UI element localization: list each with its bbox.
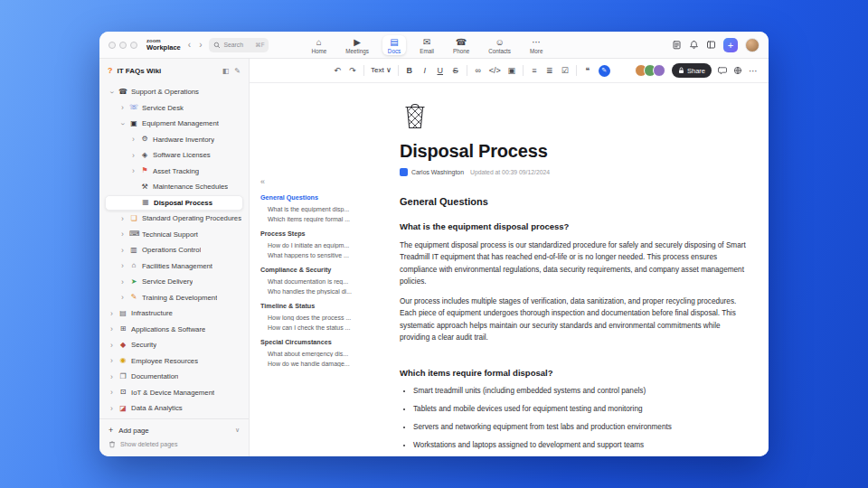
chevron-icon[interactable]: [119, 262, 126, 270]
close-button[interactable]: [108, 42, 116, 49]
sidebar-item-training-development[interactable]: ✎ Training & Development: [105, 290, 243, 306]
tab-email[interactable]: ✉ Email: [414, 35, 439, 55]
document-editor[interactable]: Disposal Process Carlos Washington Updat…: [385, 83, 769, 456]
tab-contacts[interactable]: ☺ Contacts: [483, 35, 516, 55]
sidebar-item-technical-support[interactable]: ⌨ Technical Support: [105, 227, 243, 243]
chevron-icon[interactable]: [108, 405, 115, 413]
chevron-icon[interactable]: [119, 278, 126, 286]
image-icon[interactable]: ▣: [507, 67, 516, 75]
sidebar-item-security[interactable]: ◆ Security: [105, 337, 243, 353]
chevron-icon[interactable]: [119, 215, 126, 223]
back-button[interactable]: ‹: [187, 40, 192, 50]
chevron-icon[interactable]: [108, 373, 115, 381]
forward-button[interactable]: ›: [198, 40, 203, 50]
minimize-button[interactable]: [119, 42, 127, 49]
sidebar-item-employee-resources[interactable]: ◉ Employee Resources: [105, 353, 243, 370]
chevron-icon[interactable]: [130, 167, 137, 175]
chevron-icon[interactable]: [108, 342, 115, 350]
globe-icon[interactable]: [733, 66, 742, 75]
sidebar-item-operations-control[interactable]: ▥ Operations Control: [105, 242, 243, 258]
user-avatar[interactable]: [745, 38, 760, 52]
chevron-icon[interactable]: [108, 357, 115, 365]
sidebar-item-facilities-management[interactable]: ⌂ Facilities Management: [105, 258, 243, 275]
comment-bubble-icon[interactable]: [718, 66, 727, 75]
sidebar-item-equipment-management[interactable]: ▣ Equipment Management: [105, 116, 243, 132]
sidebar-item-infrastructure[interactable]: ▤ Infrastructure: [105, 305, 243, 322]
add-page-button[interactable]: + Add page ∨: [108, 423, 240, 437]
chevron-icon[interactable]: [108, 389, 115, 397]
sidebar-item-software-licenses[interactable]: ◈ Software Licenses: [105, 147, 243, 164]
sidebar-item-support-operations[interactable]: ☎ Support & Operations: [105, 84, 243, 100]
outline-section[interactable]: Compliance & Security: [260, 266, 382, 274]
chevron-icon[interactable]: [119, 230, 126, 239]
sidebar-item-applications-software[interactable]: ⊞ Applications & Software: [105, 322, 243, 338]
show-deleted-pages-button[interactable]: Show deleted pages: [108, 437, 240, 450]
zoom-button[interactable]: [130, 42, 137, 49]
outline-item[interactable]: How long does the process ...: [260, 314, 382, 321]
collapse-outline-icon[interactable]: «: [260, 177, 382, 186]
tab-docs[interactable]: ▤ Docs: [382, 35, 406, 55]
outline-item[interactable]: What documentation is req...: [260, 278, 382, 285]
outline-section[interactable]: General Questions: [260, 193, 382, 202]
chevron-icon[interactable]: [130, 152, 137, 160]
sidebar-item-iot-device-management[interactable]: ⊡ IoT & Device Management: [105, 385, 243, 401]
underline-icon[interactable]: U: [436, 67, 445, 75]
italic-icon[interactable]: I: [420, 67, 429, 75]
share-button[interactable]: Share: [672, 63, 712, 78]
sidebar-item-data-analytics[interactable]: ◪ Data & Analytics: [105, 400, 243, 417]
bell-icon[interactable]: [689, 40, 699, 50]
outline-item[interactable]: How do I initiate an equipm...: [260, 242, 382, 249]
sidebar-item-service-desk[interactable]: ☏ Service Desk: [105, 100, 243, 117]
chevron-icon[interactable]: [119, 294, 126, 302]
sidebar-item-hardware-inventory[interactable]: ⚙ Hardware Inventory: [105, 132, 243, 148]
new-button[interactable]: +: [723, 38, 738, 52]
redo-icon[interactable]: ↷: [348, 67, 357, 75]
chevron-icon[interactable]: [108, 310, 115, 318]
align-icon[interactable]: ≣: [545, 67, 554, 75]
comment-icon[interactable]: ❝: [583, 67, 592, 75]
chevron-down-icon[interactable]: ∨: [235, 427, 240, 434]
undo-icon[interactable]: ↶: [333, 67, 342, 75]
more-options-button[interactable]: ⋯: [749, 66, 758, 76]
outline-section[interactable]: Process Steps: [260, 230, 382, 238]
sidebar-item-maintenance-schedules[interactable]: ⚒ Maintenance Schedules: [105, 179, 243, 195]
outline-item[interactable]: Which items require formal ...: [260, 216, 382, 222]
bold-icon[interactable]: B: [405, 67, 414, 75]
tab-more[interactable]: ⋯ More: [524, 35, 548, 55]
compose-icon[interactable]: ✎: [234, 67, 241, 75]
chevron-icon[interactable]: [130, 136, 137, 144]
outline-item[interactable]: How do we handle damage...: [260, 361, 382, 367]
sidebar-item-documentation[interactable]: ❐ Documentation: [105, 369, 243, 385]
clipboard-icon[interactable]: [672, 40, 682, 50]
layout-panel-icon[interactable]: [706, 40, 716, 50]
outline-item[interactable]: What is the equipment disp...: [260, 206, 382, 212]
tab-phone[interactable]: ☎ Phone: [448, 35, 475, 55]
bullet-list-icon[interactable]: ≡: [530, 67, 539, 75]
outline-item[interactable]: Who handles the physical di...: [260, 288, 382, 295]
outline-item[interactable]: What happens to sensitive ...: [260, 252, 382, 258]
sidebar-item-standard-operating-procedures[interactable]: ❏ Standard Operating Procedures: [105, 211, 243, 227]
chevron-icon[interactable]: [119, 247, 126, 255]
collaborator-avatar[interactable]: [653, 64, 665, 77]
chevron-down-icon[interactable]: Text ∨: [371, 67, 392, 74]
chevron-icon[interactable]: [108, 89, 116, 95]
chevron-icon[interactable]: [119, 104, 126, 112]
strikethrough-icon[interactable]: S: [451, 67, 460, 75]
ai-pen-icon[interactable]: ✎: [599, 65, 610, 77]
search-input[interactable]: Search ⌘F: [209, 38, 269, 52]
tab-home[interactable]: ⌂ Home: [306, 35, 332, 55]
outline-item[interactable]: What about emergency dis...: [260, 351, 382, 357]
checklist-icon[interactable]: ☑: [561, 67, 570, 75]
sidebar-item-disposal-process[interactable]: ▦ Disposal Process: [105, 195, 243, 211]
code-icon[interactable]: </>: [489, 67, 501, 75]
sidebar-item-service-delivery[interactable]: ➤ Service Delivery: [105, 274, 243, 290]
chevron-icon[interactable]: [108, 325, 115, 333]
sidebar-item-asset-tracking[interactable]: ⚑ Asset Tracking: [105, 164, 243, 180]
collapse-sidebar-icon[interactable]: ◧: [222, 67, 230, 75]
outline-item[interactable]: How can I check the status ...: [260, 324, 382, 331]
outline-section[interactable]: Timeline & Status: [260, 302, 382, 310]
tab-meetings[interactable]: ▶ Meetings: [340, 35, 374, 55]
outline-section[interactable]: Special Circumstances: [260, 338, 382, 346]
chevron-icon[interactable]: [118, 120, 127, 127]
link-icon[interactable]: ∞: [474, 67, 483, 75]
